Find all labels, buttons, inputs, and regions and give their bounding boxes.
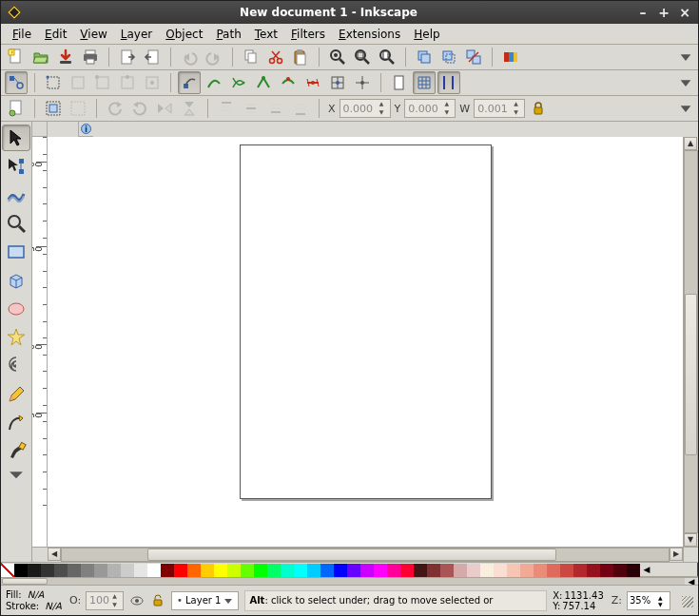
zoom-selection-button[interactable] (326, 46, 349, 68)
color-swatch[interactable] (187, 564, 201, 577)
spiral-tool[interactable] (2, 353, 30, 379)
snap-midpoint-button[interactable] (301, 71, 324, 94)
snap-bbox-button[interactable] (42, 71, 65, 94)
color-swatch[interactable] (613, 564, 627, 577)
color-swatch[interactable] (520, 564, 534, 577)
horizontal-scrollbar[interactable]: ◀ ▶ (48, 547, 683, 562)
layer-lock-toggle[interactable] (150, 593, 165, 608)
color-swatch[interactable] (560, 564, 573, 577)
w-input[interactable]: 0.001 ▲▼ (474, 99, 525, 118)
print-button[interactable] (79, 46, 102, 68)
unlink-clone-button[interactable] (462, 46, 485, 68)
no-fill-swatch[interactable] (1, 564, 14, 577)
snap-nodes-button[interactable] (178, 71, 201, 94)
toolbox-expand-button[interactable] (2, 467, 30, 482)
color-swatch[interactable] (134, 564, 147, 577)
color-swatch[interactable] (467, 564, 480, 577)
y-input[interactable]: 0.000 ▲▼ (404, 99, 456, 118)
color-swatch[interactable] (147, 564, 161, 577)
color-swatch[interactable] (161, 564, 174, 577)
star-tool[interactable] (2, 324, 30, 351)
color-swatch[interactable] (400, 564, 414, 577)
menu-file[interactable]: File (7, 25, 37, 44)
color-swatch[interactable] (627, 564, 640, 577)
new-document-button[interactable] (5, 46, 28, 68)
snap-center-button[interactable] (326, 71, 349, 94)
color-swatch[interactable] (214, 564, 227, 577)
menu-object[interactable]: Object (160, 25, 208, 44)
color-swatch[interactable] (573, 564, 587, 577)
palette-scrollbar[interactable]: ◀ (1, 577, 698, 585)
color-swatch[interactable] (440, 564, 454, 577)
color-swatch[interactable] (307, 564, 320, 577)
color-swatch[interactable] (201, 564, 214, 577)
maximize-button[interactable]: + (656, 5, 671, 20)
color-swatch[interactable] (68, 564, 81, 577)
menu-extensions[interactable]: Extensions (333, 25, 406, 44)
menu-text[interactable]: Text (249, 25, 283, 44)
palette-overflow-button[interactable]: ◀ (640, 563, 653, 576)
color-swatch[interactable] (374, 564, 387, 577)
snap-rotation-center-button[interactable] (351, 71, 374, 94)
zoom-input[interactable]: 35% ▲▼ (627, 591, 670, 610)
color-swatch[interactable] (54, 564, 68, 577)
color-swatch[interactable] (41, 564, 54, 577)
color-swatch[interactable] (107, 564, 121, 577)
guides-menu-button[interactable]: i (78, 122, 93, 137)
color-swatch[interactable] (414, 564, 427, 577)
zoom-page-button[interactable] (376, 46, 398, 68)
vertical-ruler[interactable]: 1000750500250 (32, 137, 48, 547)
opacity-input[interactable]: 100 ▲▼ (86, 591, 124, 610)
snap-smooth-button[interactable] (277, 71, 300, 94)
menu-edit[interactable]: Edit (39, 25, 72, 44)
zoom-drawing-button[interactable] (351, 46, 374, 68)
color-swatch[interactable] (121, 564, 134, 577)
palette-menu-button[interactable]: ◀ (685, 578, 698, 585)
color-swatch[interactable] (360, 564, 374, 577)
menu-filters[interactable]: Filters (285, 25, 331, 44)
zoom-tool[interactable] (2, 210, 30, 237)
open-button[interactable] (29, 46, 52, 68)
cut-button[interactable] (264, 46, 287, 68)
color-swatch[interactable] (534, 564, 547, 577)
color-swatch[interactable] (587, 564, 600, 577)
toolbar-overflow-button[interactable] (677, 46, 694, 68)
color-swatch[interactable] (227, 564, 241, 577)
color-swatch[interactable] (387, 564, 400, 577)
snap-grid-button[interactable] (413, 71, 436, 94)
select-all-layers-button[interactable] (5, 97, 28, 120)
dialog-fill-stroke-button[interactable] (499, 46, 522, 68)
vertical-scrollbar[interactable]: ▲ ▼ (683, 137, 698, 547)
layer-selector[interactable]: •Layer 1 (171, 591, 239, 610)
snap-page-border-button[interactable] (388, 71, 411, 94)
color-swatch[interactable] (454, 564, 467, 577)
snap-path-button[interactable] (203, 71, 225, 94)
snap-cusp-button[interactable] (252, 71, 275, 94)
tweak-tool[interactable] (2, 182, 30, 208)
bezier-tool[interactable] (2, 410, 30, 436)
3dbox-tool[interactable] (2, 267, 30, 294)
snap-intersection-button[interactable] (227, 71, 250, 94)
color-swatch[interactable] (174, 564, 187, 577)
canvas[interactable] (48, 137, 683, 547)
x-input[interactable]: 0.000 ▲▼ (340, 99, 391, 118)
color-swatch[interactable] (14, 564, 28, 577)
color-swatch[interactable] (28, 564, 41, 577)
snap-guide-button[interactable] (437, 71, 460, 94)
color-swatch[interactable] (81, 564, 94, 577)
resize-grip[interactable] (680, 594, 693, 607)
selector-tool[interactable] (2, 125, 30, 151)
color-swatch[interactable] (94, 564, 107, 577)
enable-snapping-button[interactable] (5, 71, 28, 94)
duplicate-button[interactable] (413, 46, 436, 68)
color-swatch[interactable] (267, 564, 281, 577)
lock-aspect-button[interactable] (527, 97, 550, 120)
color-swatch[interactable] (547, 564, 560, 577)
select-all-button[interactable] (42, 97, 65, 120)
fill-stroke-indicator[interactable]: Fill: N/A Stroke: N/A (6, 589, 62, 611)
calligraphy-tool[interactable] (2, 438, 30, 465)
color-swatch[interactable] (241, 564, 254, 577)
close-button[interactable]: × (677, 5, 692, 20)
import-button[interactable] (116, 46, 139, 68)
save-button[interactable] (54, 46, 77, 68)
